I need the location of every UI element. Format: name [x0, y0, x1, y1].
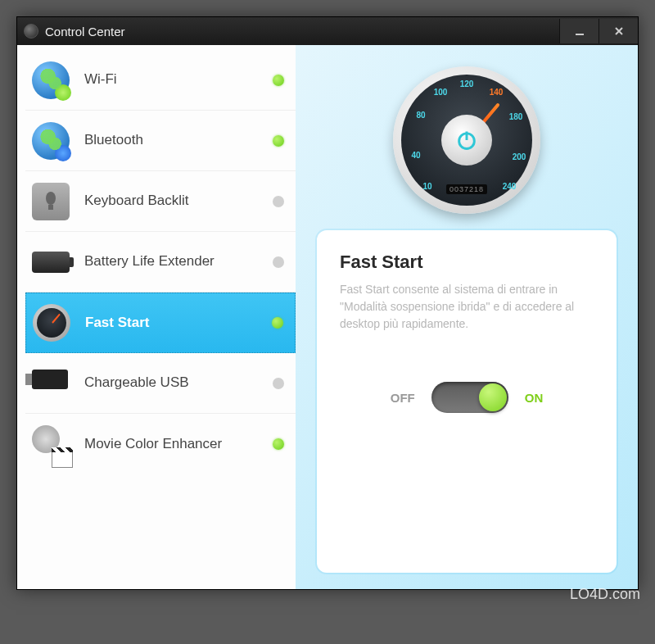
sidebar-item-bluetooth[interactable]: Bluetooth — [25, 111, 296, 171]
gauge-graphic: 10 40 80 100 120 140 180 200 240 00372 — [393, 66, 540, 214]
status-indicator — [272, 317, 283, 329]
sidebar: Wi-Fi Bluetooth Keyboard Backlit Batt — [17, 45, 296, 589]
sidebar-item-movie-enhancer[interactable]: Movie Color Enhancer — [25, 414, 296, 474]
status-indicator — [273, 75, 284, 86]
toggle-row: OFF ON — [340, 382, 594, 413]
svg-rect-2 — [48, 205, 53, 210]
status-indicator — [273, 256, 284, 268]
content-area: Wi-Fi Bluetooth Keyboard Backlit Batt — [17, 45, 638, 589]
sidebar-item-keyboard-backlit[interactable]: Keyboard Backlit — [25, 171, 296, 232]
gauge-tick: 180 — [504, 112, 527, 121]
window-title: Control Center — [45, 25, 125, 39]
toggle-knob — [479, 383, 507, 411]
status-indicator — [273, 196, 284, 207]
sidebar-item-label: Keyboard Backlit — [84, 193, 273, 209]
sidebar-item-label: Bluetooth — [84, 132, 273, 148]
gauge-tick: 200 — [508, 152, 531, 161]
detail-description: Fast Start consente al sistema di entrar… — [340, 281, 594, 333]
detail-card: Fast Start Fast Start consente al sistem… — [317, 230, 617, 573]
sidebar-item-label: Movie Color Enhancer — [84, 436, 273, 452]
gauge-tick: 40 — [404, 151, 427, 160]
gauge-tick: 80 — [409, 111, 432, 120]
movie-icon — [32, 425, 70, 463]
usb-icon — [32, 365, 70, 402]
detail-panel: 10 40 80 100 120 140 180 200 240 00372 — [296, 45, 638, 589]
fast-start-toggle[interactable] — [431, 382, 508, 413]
gauge-tick: 120 — [455, 79, 478, 88]
app-window: Control Center Wi-Fi Bluetooth — [16, 16, 639, 590]
globe-wifi-icon — [32, 61, 70, 99]
close-button[interactable] — [599, 19, 638, 43]
keyboard-icon — [32, 183, 70, 220]
gauge-tick: 100 — [429, 88, 452, 97]
gauge-small-icon — [33, 304, 70, 342]
sidebar-item-label: Wi-Fi — [84, 71, 273, 88]
sidebar-item-wifi[interactable]: Wi-Fi — [25, 50, 296, 111]
sidebar-item-label: Fast Start — [85, 315, 272, 331]
titlebar[interactable]: Control Center — [17, 17, 638, 45]
toggle-off-label: OFF — [391, 391, 415, 405]
detail-title: Fast Start — [340, 252, 594, 273]
odometer: 0037218 — [446, 184, 487, 194]
sidebar-item-battery-extender[interactable]: Battery Life Extender — [25, 232, 296, 293]
sidebar-item-chargeable-usb[interactable]: Chargeable USB — [25, 353, 296, 414]
power-button-icon — [441, 115, 492, 166]
status-indicator — [273, 378, 284, 389]
sidebar-item-label: Battery Life Extender — [84, 253, 273, 270]
app-icon — [24, 24, 38, 39]
watermark: LO4D.com — [570, 586, 640, 603]
toggle-on-label: ON — [525, 391, 544, 405]
globe-bluetooth-icon — [32, 122, 70, 160]
svg-rect-0 — [576, 34, 584, 35]
status-indicator — [273, 438, 284, 450]
status-indicator — [273, 135, 284, 147]
gauge-tick: 10 — [416, 182, 439, 191]
gauge-tick: 140 — [485, 88, 508, 97]
battery-icon — [32, 243, 70, 281]
sidebar-item-label: Chargeable USB — [84, 374, 273, 391]
svg-point-1 — [46, 192, 56, 205]
minimize-button[interactable] — [559, 19, 599, 43]
sidebar-item-fast-start[interactable]: Fast Start — [25, 293, 296, 353]
gauge-tick: 240 — [498, 182, 521, 191]
